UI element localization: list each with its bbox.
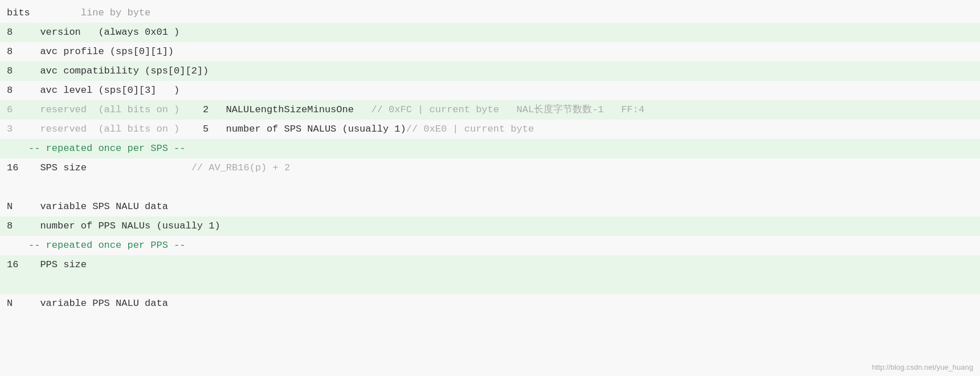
desc-text: avc profile (sps[0][1]) (28, 42, 174, 62)
bits-value: 16 (7, 255, 28, 275)
desc-text: avc compatibility (sps[0][2]) (28, 62, 209, 81)
comment-indent (7, 236, 28, 255)
code-line: N variable PPS NALU data (0, 294, 980, 313)
desc-text: variable PPS NALU data (28, 294, 168, 313)
comment-indent (7, 139, 28, 158)
code-line (0, 275, 980, 294)
comment-text: -- repeated once per PPS -- (28, 236, 185, 255)
code-line: 6 reserved (all bits on ) 2 NALULengthSi… (0, 100, 980, 120)
left-desc: reserved (all bits on ) (28, 100, 203, 120)
code-line: 16 SPS size // AV_RB16(p) + 2 (0, 158, 980, 178)
code-line: 8 avc compatibility (sps[0][2]) (0, 62, 980, 81)
code-line: bits line by byte (0, 3, 980, 23)
desc-text: SPS size (28, 158, 87, 178)
desc-text: PPS size (28, 255, 87, 275)
left-desc: reserved (all bits on ) (28, 120, 203, 139)
right-desc: NALULengthSizeMinusOne (214, 100, 354, 120)
right-comment: // 0xE0 | current byte (406, 120, 534, 139)
right-bits: 5 (203, 120, 214, 139)
desc-text: number of PPS NALUs (usually 1) (28, 216, 220, 236)
bits-value: N (7, 294, 28, 313)
bits-value: N (7, 197, 28, 216)
header-bits: bits (7, 3, 28, 23)
right-desc: number of SPS NALUS (usually 1) (214, 120, 406, 139)
comment-text: -- repeated once per SPS -- (28, 139, 185, 158)
code-line: -- repeated once per PPS -- (0, 236, 980, 255)
header-desc: line by byte (28, 3, 150, 23)
watermark: http://blog.csdn.net/yue_huang (872, 363, 973, 371)
code-line: 8 avc profile (sps[0][1]) (0, 42, 980, 62)
code-line: 8 version (always 0x01 ) (0, 23, 980, 42)
code-line: -- repeated once per SPS -- (0, 139, 980, 158)
code-line: 8 avc level (sps[0][3] ) (0, 81, 980, 100)
desc-text: variable SPS NALU data (28, 197, 168, 216)
bits-value: 8 (7, 62, 28, 81)
left-bits: 3 (7, 120, 28, 139)
right-bits: 2 (203, 100, 214, 120)
bits-value: 16 (7, 158, 28, 178)
comment-text: // AV_RB16(p) + 2 (87, 158, 290, 178)
bits-value: 8 (7, 23, 28, 42)
code-container: bits line by byte8 version (always 0x01 … (0, 0, 980, 376)
code-line: 8 number of PPS NALUs (usually 1) (0, 216, 980, 236)
left-bits: 6 (7, 100, 28, 120)
desc-text: version (always 0x01 ) (28, 23, 179, 42)
bits-value: 8 (7, 42, 28, 62)
right-comment: // 0xFC | current byte NAL长度字节数数-1 FF:4 (354, 100, 644, 120)
bits-value: 8 (7, 81, 28, 100)
code-line: 3 reserved (all bits on ) 5 number of SP… (0, 120, 980, 139)
bits-value: 8 (7, 216, 28, 236)
code-line (0, 178, 980, 197)
code-line: 16 PPS size (0, 255, 980, 275)
desc-text: avc level (sps[0][3] ) (28, 81, 179, 100)
code-line: N variable SPS NALU data (0, 197, 980, 216)
